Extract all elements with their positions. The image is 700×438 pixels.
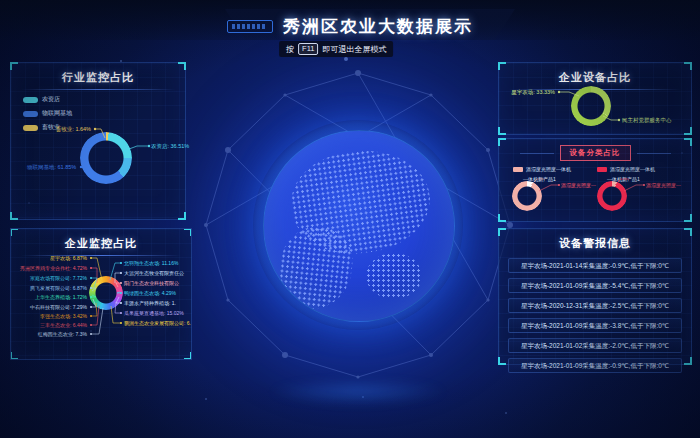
chart-label: 北羽翔生态农场: 11.16% [124,260,178,266]
brand-logo [227,20,273,33]
panel-title: 行业监控占比 [11,70,185,85]
panel-title: 设备分类占比 [560,145,631,161]
chart-label: 鸭绿园生态农场: 4.29% [124,290,176,296]
chart-label: 中石科技有限公司: 7.29% [30,304,87,310]
device-class-panel: 设备分类占比 温湿度光照度一体机 一体机新产品1 温湿度光照度一体机 一体机新产… [498,138,692,222]
chart-label: 星宇农场: 6.87% [50,255,87,261]
class-panel-header: 设备分类占比 [499,145,691,161]
chart-label: 红梅园生态农业: 7.3% [38,331,87,337]
legend-label: 农资店 [42,95,60,104]
legend-item[interactable]: 农资店 [23,95,72,104]
chart-label: 腾飞发展有限公司: 6.87% [30,285,87,291]
chart-label: 秀洲区养鸡专业合作社: 4.72% [20,265,87,271]
chart-label: 三丰生态农业: 6.44% [40,322,87,328]
page-title: 秀洲区农业大数据展示 [283,15,473,38]
chart-label: 农资店: 36.51% [151,143,189,150]
legend-label: 物联网基地 [42,109,72,118]
chart-label: 家庭农场有限公司: 7.72% [30,275,87,281]
tip-prefix: 按 [286,44,294,55]
device-ratio-panel: 企业设备占比 星宇农场: 33.33% 民主村党群服务中心 [498,62,692,135]
alarm-info-panel: 设备警报信息 星宇农场-2021-01-14采集温度:-0.9℃,低于下限:0℃… [498,228,692,365]
legend-swatch [597,167,607,172]
alarm-row: 星宇农场-2020-12-31采集温度:-2.5℃,低于下限:0℃ [508,298,682,313]
legend-label: 温湿度光照度一体机 [610,166,655,172]
chart-label: 畜牧业: 1.64% [56,126,91,133]
device-donut-chart [571,86,611,126]
legend-label: 温湿度光照度一体机 [526,166,571,172]
alarm-list: 星宇农场-2021-01-14采集温度:-0.9℃,低于下限:0℃ 星宇农场-2… [508,258,682,373]
alarm-row: 星宇农场-2021-01-09采集温度:-5.4℃,低于下限:0℃ [508,278,682,293]
class-donut-left [512,181,542,211]
alarm-row: 星宇农场-2021-01-02采集温度:-2.0℃,低于下限:0℃ [508,338,682,353]
title-line [637,153,671,154]
globe-landmass [366,253,422,299]
legend-swatch [23,125,38,131]
enterprise-donut-chart [89,276,123,310]
panel-title: 企业监控占比 [11,236,191,251]
title-underline [21,255,181,256]
chart-label: 阳门生态农业科技有限公 [124,280,179,286]
globe [263,130,455,322]
legend-item[interactable]: 温湿度光照度一体机 [597,166,655,172]
class-donut-right [597,181,627,211]
legend-item[interactable]: 物联网基地 [23,109,72,118]
f11-key-badge: F11 [298,43,318,55]
chart-label: 温湿度光照度一 [561,182,596,188]
legend-item[interactable]: 温湿度光照度一体机 [513,166,571,172]
panel-title: 企业设备占比 [499,70,691,85]
dashboard: 秀洲区农业大数据展示 按 F11 即可退出全屏模式 行业监控占比 农资店 物联网… [0,0,700,438]
chart-label: 民主村党群服务中心 [622,117,672,124]
title-underline [21,89,175,90]
chart-label: 李强生态农场: 3.42% [40,313,87,319]
fullscreen-tip: 按 F11 即可退出全屏模式 [279,41,393,57]
alarm-row: 星宇农场-2021-01-14采集温度:-0.9℃,低于下限:0℃ [508,258,682,273]
industry-donut-chart [80,132,132,184]
chart-label: 鹏润生态农业发展有限公司: 6.87% [124,320,192,326]
panel-title: 设备警报信息 [499,236,691,251]
legend-swatch [23,97,38,103]
alarm-row: 星宇农场-2021-01-09采集温度:-3.8℃,低于下限:0℃ [508,318,682,333]
title-line [520,153,554,154]
alarm-row: 星宇农场-2021-01-09采集温度:-0.9℃,低于下限:0℃ [508,358,682,373]
chart-label: 丰源水产特种养殖场: 1. [124,300,176,306]
chart-label: 上华生态养殖场: 1.72% [35,294,87,300]
chart-label: 星宇农场: 33.33% [511,89,555,96]
industry-monitor-panel: 行业监控占比 农资店 物联网基地 畜牧业 畜牧业: 1.64% [10,62,186,220]
legend-swatch [513,167,523,172]
chart-label: 温湿度光照度一 [646,182,681,188]
chart-label: 物联网基地: 61.85% [27,164,76,171]
chart-label: 瓜果蔬菜直通基地: 15.02% [124,310,184,316]
enterprise-monitor-panel: 企业监控占比 [10,228,192,360]
globe-reflection [268,378,448,406]
tip-suffix: 即可退出全屏模式 [322,44,386,55]
header: 秀洲区农业大数据展示 [0,15,700,38]
chart-label: 大运河生态牧业有限责任公 [124,270,184,276]
legend-swatch [23,111,38,117]
